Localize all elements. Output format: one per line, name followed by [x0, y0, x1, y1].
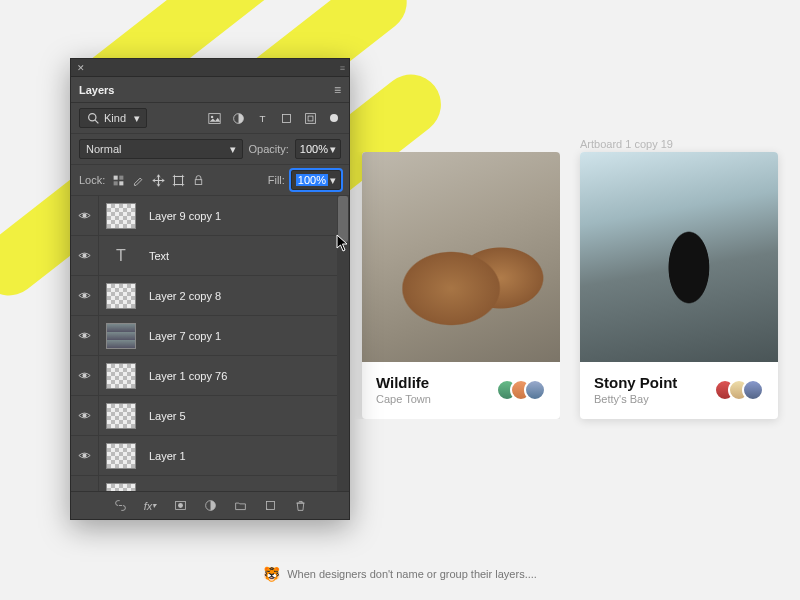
visibility-icon[interactable]	[78, 209, 92, 223]
layer-list: Layer 9 copy 1 T Text Layer 2 copy 8 Lay…	[71, 196, 349, 491]
svg-point-19	[82, 213, 86, 217]
layer-row[interactable]: T Text	[71, 236, 349, 276]
emoji-icon: 🐯	[263, 566, 279, 582]
chevron-down-icon: ▾	[230, 143, 236, 156]
lock-all-icon[interactable]	[191, 173, 205, 187]
chevron-down-icon: ▾	[330, 143, 336, 156]
layer-name[interactable]: Text	[143, 250, 335, 262]
panel-titlebar[interactable]: ✕ ≡	[71, 59, 349, 77]
layer-thumbnail	[106, 403, 136, 429]
chevron-down-icon: ▾	[134, 112, 140, 125]
card-title: Stony Point	[594, 374, 677, 391]
lock-paint-icon[interactable]	[131, 173, 145, 187]
filter-smartobject-icon[interactable]	[303, 111, 317, 125]
svg-point-20	[82, 253, 86, 257]
new-group-icon[interactable]	[233, 499, 247, 513]
visibility-icon[interactable]	[78, 249, 92, 263]
close-icon[interactable]: ✕	[77, 63, 85, 73]
lock-position-icon[interactable]	[151, 173, 165, 187]
svg-rect-2	[208, 113, 219, 123]
caption-text: When designers don't name or group their…	[287, 568, 537, 580]
blend-mode-value: Normal	[86, 143, 121, 155]
layer-name[interactable]: Layer 2 copy 8	[143, 290, 335, 302]
layer-name[interactable]: Layer 6 copy 9	[143, 490, 335, 492]
svg-point-25	[82, 453, 86, 457]
layer-thumbnail	[106, 483, 136, 492]
card-body: Wildlife Cape Town	[362, 362, 560, 419]
link-layers-icon[interactable]	[113, 499, 127, 513]
layer-name[interactable]: Layer 9 copy 1	[143, 210, 335, 222]
fill-label: Fill:	[268, 174, 285, 186]
blend-mode-select[interactable]: Normal ▾	[79, 139, 243, 159]
svg-rect-11	[113, 181, 117, 185]
filter-shape-icon[interactable]	[279, 111, 293, 125]
visibility-icon[interactable]	[78, 409, 92, 423]
layer-name[interactable]: Layer 1 copy 76	[143, 370, 335, 382]
opacity-input[interactable]: 100% ▾	[295, 139, 341, 159]
panel-footer: fx▾	[71, 491, 349, 519]
layer-thumbnail	[106, 283, 136, 309]
filter-type-icon[interactable]: T	[255, 111, 269, 125]
filter-adjustment-icon[interactable]	[231, 111, 245, 125]
filter-toggle-icon[interactable]	[327, 111, 341, 125]
svg-line-1	[95, 120, 98, 123]
card[interactable]: Stony Point Betty's Bay	[580, 152, 778, 419]
opacity-value: 100%	[300, 143, 328, 155]
svg-point-0	[88, 113, 95, 120]
layer-row[interactable]: Layer 5	[71, 396, 349, 436]
card-title: Wildlife	[376, 374, 431, 391]
lock-artboard-icon[interactable]	[171, 173, 185, 187]
svg-point-28	[178, 503, 183, 508]
svg-rect-8	[308, 116, 313, 121]
layer-mask-icon[interactable]	[173, 499, 187, 513]
svg-point-3	[210, 115, 212, 117]
layer-thumbnail	[106, 323, 136, 349]
blend-opacity-row: Normal ▾ Opacity: 100% ▾	[71, 134, 349, 165]
tab-layers[interactable]: Layers	[79, 84, 114, 96]
layer-name[interactable]: Layer 1	[143, 450, 335, 462]
layer-filter-row: Kind ▾ T	[71, 103, 349, 134]
new-layer-icon[interactable]	[263, 499, 277, 513]
layer-name[interactable]: Layer 7 copy 1	[143, 330, 335, 342]
visibility-icon[interactable]	[78, 369, 92, 383]
card[interactable]: Wildlife Cape Town	[362, 152, 560, 419]
layers-panel: ✕ ≡ Layers ≡ Kind ▾ T Normal ▾ Opacity:	[70, 58, 350, 520]
panel-menu-icon[interactable]: ≡	[334, 83, 341, 97]
card-image	[362, 152, 560, 362]
svg-rect-18	[195, 179, 202, 184]
layer-name[interactable]: Layer 5	[143, 410, 335, 422]
avatar-stack	[714, 379, 764, 401]
cursor-icon	[336, 234, 350, 256]
layer-thumbnail	[106, 203, 136, 229]
fill-input[interactable]: 100% ▾	[291, 170, 341, 190]
svg-point-21	[82, 293, 86, 297]
panel-tabs: Layers ≡	[71, 77, 349, 103]
layer-row[interactable]: Layer 2 copy 8	[71, 276, 349, 316]
layer-row[interactable]: Layer 7 copy 1	[71, 316, 349, 356]
layer-effects-icon[interactable]: fx▾	[143, 499, 157, 513]
layer-row[interactable]: Layer 9 copy 1	[71, 196, 349, 236]
layer-row[interactable]: Layer 6 copy 9	[71, 476, 349, 491]
svg-point-23	[82, 373, 86, 377]
visibility-icon[interactable]	[78, 489, 92, 492]
layer-thumbnail	[106, 443, 136, 469]
delete-layer-icon[interactable]	[293, 499, 307, 513]
caption: 🐯 When designers don't name or group the…	[0, 566, 800, 582]
svg-text:T: T	[259, 112, 265, 123]
layer-row[interactable]: Layer 1	[71, 436, 349, 476]
visibility-icon[interactable]	[78, 329, 92, 343]
visibility-icon[interactable]	[78, 449, 92, 463]
drag-handle-icon[interactable]: ≡	[340, 63, 343, 73]
layer-row[interactable]: Layer 1 copy 76	[71, 356, 349, 396]
visibility-icon[interactable]	[78, 289, 92, 303]
svg-rect-7	[305, 113, 315, 123]
avatar	[742, 379, 764, 401]
card-subtitle: Betty's Bay	[594, 393, 677, 405]
lock-transparency-icon[interactable]	[111, 173, 125, 187]
card-subtitle: Cape Town	[376, 393, 431, 405]
filter-kind-select[interactable]: Kind ▾	[79, 108, 147, 128]
adjustment-layer-icon[interactable]	[203, 499, 217, 513]
filter-image-icon[interactable]	[207, 111, 221, 125]
opacity-label: Opacity:	[249, 143, 289, 155]
chevron-down-icon: ▾	[330, 174, 336, 187]
